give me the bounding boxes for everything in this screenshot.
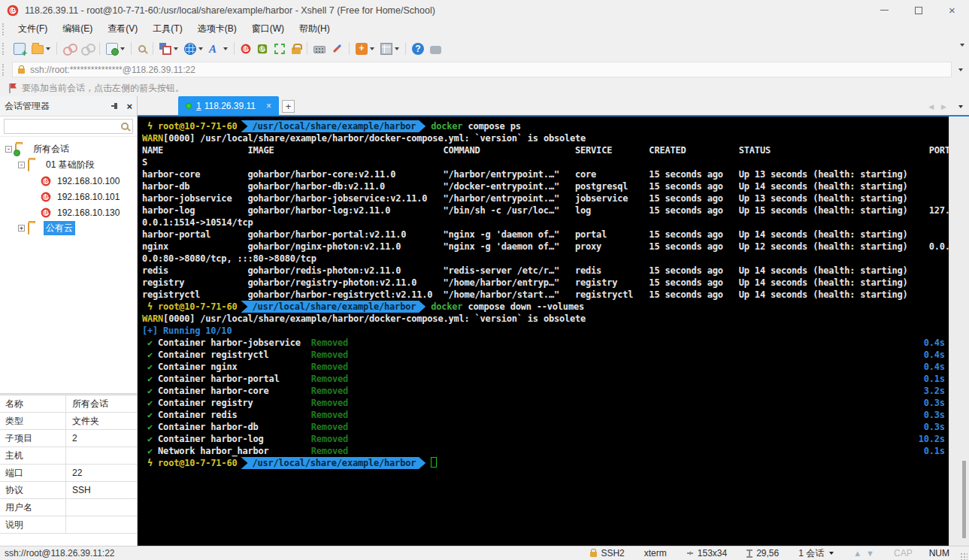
property-row: 子项目2 — [0, 430, 137, 447]
tile-windows-button[interactable] — [377, 40, 402, 58]
encoding-button[interactable] — [181, 40, 206, 58]
prev-session-icon[interactable]: ▲ — [853, 549, 862, 558]
new-session-button[interactable] — [11, 40, 29, 58]
open-session-button[interactable] — [29, 40, 53, 58]
menu-tabs[interactable]: 选项卡(B) — [190, 20, 244, 38]
virtual-keyboard-button[interactable] — [310, 40, 329, 58]
window-title: 118.26.39.11 - root@10-7-71-60:/usr/loca… — [25, 5, 435, 16]
resize-icon — [686, 549, 694, 557]
feedback-button[interactable] — [427, 40, 444, 58]
tab-bar: 1 118.26.39.11 × + ◀ ▶ — [138, 96, 969, 117]
terminal-cursor — [431, 457, 437, 468]
menu-window[interactable]: 窗口(W) — [244, 20, 292, 38]
terminal-line: harbor-core goharbor/harbor-core:v2.11.0… — [142, 168, 949, 180]
status-terminal-type: xterm — [644, 548, 667, 558]
xshell-button[interactable] — [238, 40, 254, 58]
xftp-button[interactable] — [254, 40, 271, 58]
xshell-session-icon — [41, 192, 51, 202]
pen-icon — [333, 44, 341, 53]
panel-close-icon[interactable]: × — [126, 101, 132, 112]
lock-button[interactable] — [289, 40, 304, 58]
close-button[interactable]: × — [935, 0, 969, 20]
property-row: 类型文件夹 — [0, 413, 137, 430]
prompt-path-segment: /usr/local/share/example/harbor — [241, 301, 425, 313]
session-properties-button[interactable] — [103, 40, 128, 58]
disconnect-button[interactable] — [60, 40, 78, 58]
pin-icon[interactable] — [111, 102, 119, 110]
collapse-icon[interactable]: - — [5, 146, 12, 153]
compose-button[interactable] — [329, 40, 346, 58]
menu-bar: 文件(F) 编辑(E) 查看(V) 工具(T) 选项卡(B) 窗口(W) 帮助(… — [0, 20, 969, 38]
tree-item-session-130[interactable]: 192.168.10.130 — [0, 204, 137, 220]
menu-tools[interactable]: 工具(T) — [145, 20, 189, 38]
session-search-row — [0, 117, 137, 137]
menu-edit[interactable]: 编辑(E) — [55, 20, 100, 38]
address-dropdown-icon[interactable] — [958, 68, 963, 71]
tab-close-icon[interactable]: × — [266, 101, 271, 111]
tab-list-dropdown-icon[interactable] — [958, 105, 963, 108]
session-manager-title: 会话管理器 — [5, 100, 111, 113]
layout-icon — [159, 43, 171, 55]
resize-grip[interactable] — [960, 552, 967, 560]
tree-item-session-101[interactable]: 192.168.10.101 — [0, 189, 137, 204]
toolbar-grip — [2, 23, 6, 35]
caret-position-icon — [746, 549, 752, 558]
properties-table: 名称所有会话 类型文件夹 子项目2 主机 端口22 协议SSH 用户名 说明 — [0, 395, 137, 546]
tree-item-folder-public-cloud[interactable]: + 公有云 — [0, 220, 137, 236]
lock-icon — [292, 47, 301, 54]
tab-label: 118.26.39.11 — [204, 101, 256, 111]
new-tab-button[interactable]: + — [282, 100, 295, 113]
tree-item-folder-01[interactable]: - 01 基础阶段 — [0, 157, 137, 173]
menu-help[interactable]: 帮助(H) — [292, 20, 338, 38]
tree-label: 所有会话 — [31, 142, 71, 156]
tab-active-session[interactable]: 1 118.26.39.11 × — [178, 96, 279, 115]
new-session-icon — [14, 43, 26, 55]
new-terminal-button[interactable]: + — [353, 40, 377, 58]
xshell-session-icon — [41, 176, 51, 186]
session-search-input[interactable] — [4, 119, 133, 134]
tab-scroll-left-icon[interactable]: ◀ — [928, 103, 934, 110]
info-message: 要添加当前会话，点击左侧的箭头按钮。 — [22, 82, 184, 95]
status-connection-url: ssh://root@118.26.39.11:22 — [0, 548, 115, 558]
tree-label: 192.168.10.101 — [55, 191, 122, 203]
lock-icon — [590, 552, 597, 557]
expand-icon[interactable]: + — [18, 225, 25, 232]
separator — [405, 42, 406, 55]
layout-button[interactable] — [156, 40, 181, 58]
tree-item-session-100[interactable]: 192.168.10.100 — [0, 173, 137, 189]
separator — [153, 42, 153, 55]
fullscreen-icon — [274, 43, 286, 55]
terminal-line: ✔ Container registry Removed 0.3s — [142, 397, 949, 409]
terminal-area[interactable]: ϟ root@10-7-71-60/usr/local/share/exampl… — [138, 117, 969, 546]
reconnect-button[interactable] — [78, 40, 96, 58]
tab-scroll-right-icon[interactable]: ▶ — [941, 103, 946, 110]
terminal-scrollbar[interactable] — [949, 117, 969, 546]
fullscreen-button[interactable] — [271, 40, 289, 58]
folder-icon — [28, 222, 29, 235]
xshell-session-icon — [41, 207, 51, 218]
font-button[interactable]: A — [206, 40, 231, 58]
status-session-count[interactable]: 1 会话 — [798, 547, 834, 560]
help-button[interactable]: ? — [409, 40, 427, 58]
collapse-icon[interactable]: - — [18, 162, 25, 168]
terminal-line: harbor-db goharbor/harbor-db:v2.11.0 "/d… — [142, 180, 949, 192]
tile-icon — [380, 43, 392, 55]
scrollbar-thumb[interactable] — [962, 461, 966, 538]
toolbar-overflow-icon[interactable] — [960, 44, 964, 47]
terminal-line: redis goharbor/redis-photon:v2.11.0 "red… — [142, 265, 949, 277]
new-terminal-icon: + — [356, 43, 368, 55]
terminal[interactable]: ϟ root@10-7-71-60/usr/local/share/exampl… — [138, 117, 949, 546]
maximize-button[interactable] — [901, 0, 935, 20]
terminal-line: ✔ Container redis Removed 0.3s — [142, 409, 949, 421]
menu-file[interactable]: 文件(F) — [11, 20, 55, 38]
terminal-line: ✔ Container harbor-log Removed 10.2s — [142, 433, 949, 445]
tree-item-all-sessions[interactable]: - 所有会话 — [0, 141, 137, 157]
find-button[interactable] — [135, 40, 150, 58]
address-input[interactable]: ssh://root:***************@118.26.39.11:… — [12, 62, 952, 77]
minimize-button[interactable] — [868, 0, 901, 20]
next-session-icon[interactable]: ▼ — [866, 549, 874, 558]
chevron-down-icon — [829, 552, 834, 555]
address-value: ssh://root:***************@118.26.39.11:… — [30, 65, 195, 75]
menu-view[interactable]: 查看(V) — [100, 20, 145, 38]
property-row: 主机 — [0, 447, 137, 465]
